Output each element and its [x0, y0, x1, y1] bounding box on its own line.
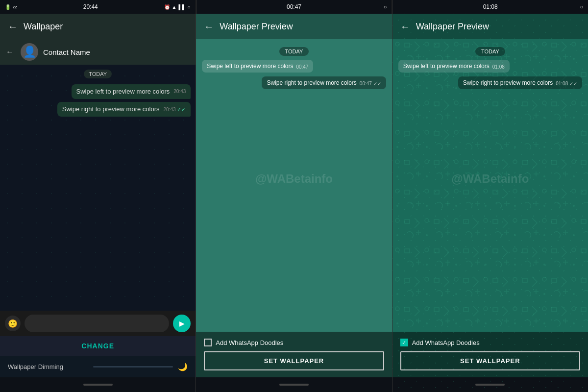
toolbar-title-2: Wallpaper Preview: [220, 22, 293, 32]
doodle-label-3: Add WhatsApp Doodles: [412, 339, 480, 346]
preview-chat-inner-2: TODAY Swipe left to preview more colors …: [196, 39, 392, 332]
alarm-icon: ⏰: [164, 4, 170, 10]
preview-bottom-3: ✓ Add WhatsApp Doodles SET WALLPAPER: [392, 332, 588, 377]
back-button-3[interactable]: ←: [400, 22, 410, 31]
tick-icon-1: ✓✓: [177, 106, 186, 112]
contact-name: Contact Name: [43, 48, 90, 56]
status-bar-1: 🔋 zz 20:44 ⏰ ▲ ▌▌ ○: [0, 0, 196, 14]
person-icon: 👤: [23, 47, 36, 57]
nav-bar-3: [392, 377, 588, 392]
dimming-row: Wallpaper Dimming 🌙: [0, 356, 196, 377]
msg-text-1: Swipe left to preview more colors: [76, 88, 170, 95]
preview-time-r2: 00:47: [296, 64, 308, 70]
msg-text-2: Swipe right to preview more colors: [62, 105, 160, 113]
home-indicator-2: [279, 384, 309, 386]
send-button[interactable]: ▶: [173, 315, 191, 332]
emoji-button[interactable]: 🙂: [5, 316, 21, 331]
preview-msg-received-2: Swipe left to preview more colors 00:47: [202, 60, 313, 73]
wallpaper-preview-panel-2: ← Wallpaper Preview TODAY Swipe left to …: [196, 14, 392, 392]
avatar: 👤: [21, 43, 38, 61]
toolbar-title-3: Wallpaper Preview: [416, 22, 489, 32]
toolbar-2: ← Wallpaper Preview: [196, 14, 392, 39]
home-indicator-3: [475, 384, 505, 386]
zzz-icon: zz: [13, 4, 17, 9]
status-icons-right-1: ⏰ ▲ ▌▌ ○: [164, 4, 191, 10]
doodle-check-row-3: ✓ Add WhatsApp Doodles: [400, 339, 580, 346]
doodle-check-row-2: Add WhatsApp Doodles: [204, 339, 384, 346]
home-indicator-1: [83, 384, 113, 386]
preview-time-s2: 00:47 ✓✓: [360, 81, 381, 86]
wifi-icon: ▲: [172, 4, 177, 10]
set-wallpaper-button-2[interactable]: SET WALLPAPER: [204, 351, 384, 370]
preview-msg-text-s2: Swipe right to preview more colors: [267, 79, 356, 86]
date-badge-1: TODAY: [84, 70, 112, 78]
preview-chat-3: TODAY Swipe left to preview more colors …: [392, 39, 588, 332]
message-1-sent: Swipe left to preview more colors 20:43: [72, 84, 191, 99]
set-wallpaper-button-3[interactable]: SET WALLPAPER: [400, 351, 580, 370]
preview-msg-sent-3: Swipe right to preview more colors 01:08…: [458, 76, 582, 89]
preview-date-3: TODAY: [475, 47, 505, 56]
msg-time-1: 20:43: [173, 88, 186, 95]
battery-icon: 🔋: [5, 4, 11, 10]
nav-bar-2: [196, 377, 392, 392]
wallpaper-panel: ← Wallpaper ← 👤 Contact Name TODAY: [0, 14, 196, 392]
preview-msg-text-s3: Swipe right to preview more colors: [463, 79, 553, 86]
chat-preview-area: ← 👤 Contact Name TODAY Swipe left to pre…: [0, 39, 196, 336]
toolbar-title-1: Wallpaper: [24, 22, 63, 32]
time-2: 00:47: [287, 3, 301, 10]
doodle-checkbox-2[interactable]: [204, 339, 212, 346]
change-button[interactable]: CHANGE: [0, 336, 196, 356]
chat-header: ← 👤 Contact Name: [0, 39, 196, 65]
preview-time-r3: 01:08: [492, 64, 505, 70]
circle-icon-2: ○: [384, 4, 387, 10]
chat-back-icon: ←: [6, 48, 14, 56]
preview-date-2: TODAY: [279, 47, 309, 56]
back-button-2[interactable]: ←: [204, 22, 214, 31]
preview-msg-sent-2: Swipe right to preview more colors 00:47…: [262, 76, 386, 89]
wallpaper-preview-panel-3: ← Wallpaper Preview: [392, 14, 588, 392]
toolbar-1: ← Wallpaper: [0, 14, 196, 39]
dimming-slider[interactable]: [93, 366, 173, 368]
message-2-sent: Swipe right to preview more colors 20:43…: [57, 102, 191, 117]
circle-icon: ○: [188, 4, 191, 10]
toolbar-3: ← Wallpaper Preview: [392, 14, 588, 39]
status-bars-row: 🔋 zz 20:44 ⏰ ▲ ▌▌ ○ 00:47 ○ 01:08 ○: [0, 0, 588, 14]
status-bar-3: 01:08 ○: [392, 0, 588, 14]
circle-icon-3: ○: [580, 4, 583, 10]
preview-chat-2: TODAY Swipe left to preview more colors …: [196, 39, 392, 332]
time-1: 20:44: [83, 3, 98, 10]
preview-time-s3: 01:08 ✓✓: [556, 81, 577, 86]
preview-msg-text-r2: Swipe left to preview more colors: [207, 63, 293, 70]
signal-icon: ▌▌: [178, 4, 185, 10]
nav-bar-1: [0, 377, 196, 392]
doodle-checkbox-3[interactable]: ✓: [400, 339, 408, 346]
status-bar-2: 00:47 ○: [196, 0, 392, 14]
input-bar-1: 🙂 ▶: [0, 311, 196, 336]
preview-chat-inner-3: TODAY Swipe left to preview more colors …: [392, 39, 588, 97]
moon-icon: 🌙: [178, 362, 188, 371]
doodle-label-2: Add WhatsApp Doodles: [216, 339, 283, 346]
dimming-label: Wallpaper Dimming: [8, 363, 88, 370]
preview-msg-text-r3: Swipe left to preview more colors: [403, 63, 490, 70]
message-input[interactable]: [24, 315, 169, 332]
msg-time-2: 20:43 ✓✓: [164, 106, 186, 113]
back-button-1[interactable]: ←: [8, 22, 18, 31]
preview-bottom-2: Add WhatsApp Doodles SET WALLPAPER: [196, 332, 392, 377]
time-3: 01:08: [483, 3, 498, 10]
messages-area-1: TODAY Swipe left to preview more colors …: [0, 65, 196, 311]
status-icons-left-1: 🔋 zz: [5, 4, 17, 10]
preview-msg-received-3: Swipe left to preview more colors 01:08: [398, 60, 510, 73]
